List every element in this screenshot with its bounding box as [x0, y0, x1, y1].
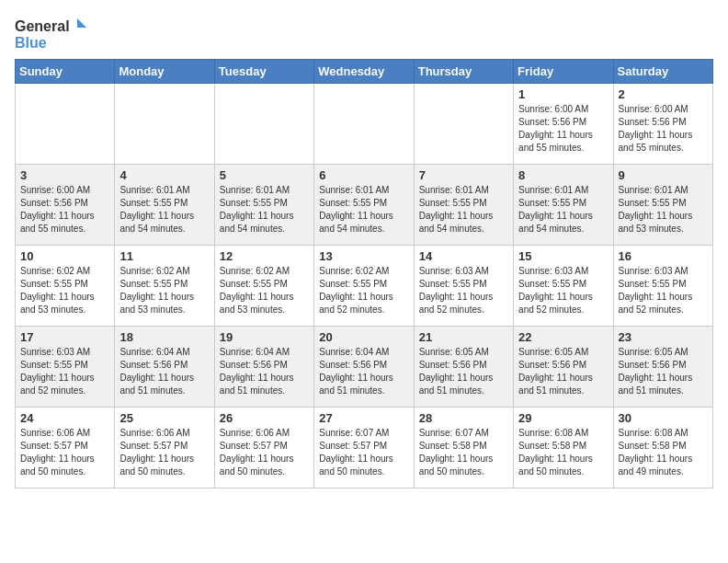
calendar-header-wednesday: Wednesday — [314, 60, 414, 84]
day-info: Sunrise: 6:02 AM Sunset: 5:55 PM Dayligh… — [20, 265, 109, 316]
day-number: 16 — [619, 249, 708, 263]
day-info: Sunrise: 6:01 AM Sunset: 5:55 PM Dayligh… — [220, 184, 309, 236]
day-number: 29 — [518, 411, 608, 425]
calendar-header-saturday: Saturday — [613, 60, 712, 84]
calendar-cell: 5Sunrise: 6:01 AM Sunset: 5:55 PM Daylig… — [214, 165, 313, 246]
day-number: 22 — [518, 330, 608, 344]
calendar-cell: 28Sunrise: 6:07 AM Sunset: 5:58 PM Dayli… — [414, 408, 513, 488]
calendar-cell: 1Sunrise: 6:00 AM Sunset: 5:56 PM Daylig… — [514, 84, 613, 165]
day-number: 17 — [20, 330, 109, 344]
calendar-cell — [16, 84, 115, 165]
day-info: Sunrise: 6:02 AM Sunset: 5:55 PM Dayligh… — [119, 265, 209, 316]
day-info: Sunrise: 6:01 AM Sunset: 5:55 PM Dayligh… — [119, 184, 209, 236]
calendar-header-row: SundayMondayTuesdayWednesdayThursdayFrid… — [16, 60, 713, 84]
calendar-cell: 24Sunrise: 6:06 AM Sunset: 5:57 PM Dayli… — [16, 408, 115, 488]
calendar-cell: 16Sunrise: 6:03 AM Sunset: 5:55 PM Dayli… — [613, 246, 712, 327]
calendar-cell: 13Sunrise: 6:02 AM Sunset: 5:55 PM Dayli… — [314, 246, 414, 327]
day-number: 12 — [220, 249, 309, 263]
day-info: Sunrise: 6:00 AM Sunset: 5:56 PM Dayligh… — [20, 184, 109, 236]
calendar-cell: 7Sunrise: 6:01 AM Sunset: 5:55 PM Daylig… — [414, 165, 513, 246]
calendar-cell: 14Sunrise: 6:03 AM Sunset: 5:55 PM Dayli… — [414, 246, 513, 327]
calendar-header-sunday: Sunday — [16, 60, 115, 84]
day-info: Sunrise: 6:03 AM Sunset: 5:55 PM Dayligh… — [419, 265, 508, 316]
day-number: 3 — [20, 168, 109, 182]
calendar-cell: 11Sunrise: 6:02 AM Sunset: 5:55 PM Dayli… — [115, 246, 214, 327]
day-number: 18 — [119, 330, 209, 344]
day-number: 23 — [619, 330, 708, 344]
day-number: 26 — [220, 411, 309, 425]
day-info: Sunrise: 6:03 AM Sunset: 5:55 PM Dayligh… — [619, 265, 708, 316]
logo-svg: GeneralBlue — [15, 15, 88, 52]
calendar-cell: 4Sunrise: 6:01 AM Sunset: 5:55 PM Daylig… — [115, 165, 214, 246]
day-info: Sunrise: 6:06 AM Sunset: 5:57 PM Dayligh… — [20, 427, 109, 478]
calendar-cell — [414, 84, 513, 165]
day-number: 28 — [419, 411, 508, 425]
calendar-cell: 8Sunrise: 6:01 AM Sunset: 5:55 PM Daylig… — [514, 165, 613, 246]
logo: GeneralBlue — [15, 15, 88, 52]
day-info: Sunrise: 6:04 AM Sunset: 5:56 PM Dayligh… — [319, 346, 408, 397]
day-info: Sunrise: 6:00 AM Sunset: 5:56 PM Dayligh… — [619, 103, 708, 155]
calendar-cell: 9Sunrise: 6:01 AM Sunset: 5:55 PM Daylig… — [613, 165, 712, 246]
day-number: 5 — [220, 168, 309, 182]
day-info: Sunrise: 6:04 AM Sunset: 5:56 PM Dayligh… — [220, 346, 309, 397]
day-info: Sunrise: 6:04 AM Sunset: 5:56 PM Dayligh… — [119, 346, 209, 397]
day-number: 8 — [518, 168, 608, 182]
day-info: Sunrise: 6:03 AM Sunset: 5:55 PM Dayligh… — [518, 265, 608, 316]
day-info: Sunrise: 6:03 AM Sunset: 5:55 PM Dayligh… — [20, 346, 109, 397]
calendar-cell: 15Sunrise: 6:03 AM Sunset: 5:55 PM Dayli… — [514, 246, 613, 327]
day-number: 30 — [619, 411, 708, 425]
day-number: 20 — [319, 330, 408, 344]
calendar-cell: 23Sunrise: 6:05 AM Sunset: 5:56 PM Dayli… — [613, 327, 712, 408]
day-info: Sunrise: 6:02 AM Sunset: 5:55 PM Dayligh… — [220, 265, 309, 316]
day-info: Sunrise: 6:07 AM Sunset: 5:58 PM Dayligh… — [419, 427, 508, 478]
calendar-header-tuesday: Tuesday — [214, 60, 313, 84]
calendar-header-monday: Monday — [115, 60, 214, 84]
day-info: Sunrise: 6:01 AM Sunset: 5:55 PM Dayligh… — [319, 184, 408, 236]
calendar-cell: 20Sunrise: 6:04 AM Sunset: 5:56 PM Dayli… — [314, 327, 414, 408]
calendar-cell: 26Sunrise: 6:06 AM Sunset: 5:57 PM Dayli… — [214, 408, 313, 488]
calendar-cell: 30Sunrise: 6:08 AM Sunset: 5:58 PM Dayli… — [613, 408, 712, 488]
day-info: Sunrise: 6:06 AM Sunset: 5:57 PM Dayligh… — [119, 427, 209, 478]
svg-text:General: General — [15, 18, 70, 34]
calendar-cell: 17Sunrise: 6:03 AM Sunset: 5:55 PM Dayli… — [16, 327, 115, 408]
day-info: Sunrise: 6:02 AM Sunset: 5:55 PM Dayligh… — [319, 265, 408, 316]
calendar-week-row: 3Sunrise: 6:00 AM Sunset: 5:56 PM Daylig… — [16, 165, 713, 246]
day-number: 21 — [419, 330, 508, 344]
calendar-cell: 25Sunrise: 6:06 AM Sunset: 5:57 PM Dayli… — [115, 408, 214, 488]
day-info: Sunrise: 6:05 AM Sunset: 5:56 PM Dayligh… — [419, 346, 508, 397]
day-number: 15 — [518, 249, 608, 263]
calendar-week-row: 17Sunrise: 6:03 AM Sunset: 5:55 PM Dayli… — [16, 327, 713, 408]
day-info: Sunrise: 6:01 AM Sunset: 5:55 PM Dayligh… — [518, 184, 608, 236]
calendar-cell — [115, 84, 214, 165]
calendar-cell: 19Sunrise: 6:04 AM Sunset: 5:56 PM Dayli… — [214, 327, 313, 408]
calendar-cell: 6Sunrise: 6:01 AM Sunset: 5:55 PM Daylig… — [314, 165, 414, 246]
calendar-cell — [214, 84, 313, 165]
day-info: Sunrise: 6:01 AM Sunset: 5:55 PM Dayligh… — [619, 184, 708, 236]
calendar-table: SundayMondayTuesdayWednesdayThursdayFrid… — [15, 59, 713, 488]
day-number: 6 — [319, 168, 408, 182]
day-number: 1 — [518, 87, 608, 101]
calendar-cell: 22Sunrise: 6:05 AM Sunset: 5:56 PM Dayli… — [514, 327, 613, 408]
day-number: 14 — [419, 249, 508, 263]
day-number: 11 — [119, 249, 209, 263]
calendar-cell: 18Sunrise: 6:04 AM Sunset: 5:56 PM Dayli… — [115, 327, 214, 408]
calendar-cell: 2Sunrise: 6:00 AM Sunset: 5:56 PM Daylig… — [613, 84, 712, 165]
day-number: 24 — [20, 411, 109, 425]
day-info: Sunrise: 6:07 AM Sunset: 5:57 PM Dayligh… — [319, 427, 408, 478]
day-info: Sunrise: 6:00 AM Sunset: 5:56 PM Dayligh… — [518, 103, 608, 155]
day-info: Sunrise: 6:05 AM Sunset: 5:56 PM Dayligh… — [518, 346, 608, 397]
day-number: 10 — [20, 249, 109, 263]
day-info: Sunrise: 6:08 AM Sunset: 5:58 PM Dayligh… — [518, 427, 608, 478]
day-info: Sunrise: 6:01 AM Sunset: 5:55 PM Dayligh… — [419, 184, 508, 236]
day-number: 19 — [220, 330, 309, 344]
day-number: 2 — [619, 87, 708, 101]
svg-text:Blue: Blue — [15, 35, 47, 51]
svg-marker-2 — [77, 18, 86, 28]
calendar-cell: 29Sunrise: 6:08 AM Sunset: 5:58 PM Dayli… — [514, 408, 613, 488]
day-info: Sunrise: 6:05 AM Sunset: 5:56 PM Dayligh… — [619, 346, 708, 397]
day-number: 4 — [119, 168, 209, 182]
day-number: 7 — [419, 168, 508, 182]
day-number: 25 — [119, 411, 209, 425]
calendar-header-thursday: Thursday — [414, 60, 513, 84]
calendar-week-row: 10Sunrise: 6:02 AM Sunset: 5:55 PM Dayli… — [16, 246, 713, 327]
